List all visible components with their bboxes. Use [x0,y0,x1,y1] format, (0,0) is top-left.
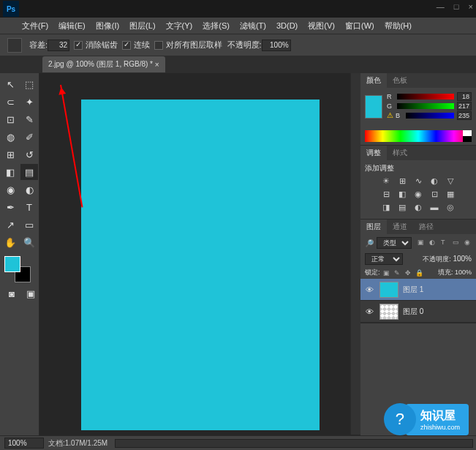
tab-color[interactable]: 颜色 [360,73,387,88]
layer-thumbnail[interactable] [379,304,398,320]
foreground-color[interactable] [4,256,20,272]
r-slider[interactable] [397,94,454,100]
lock-all-icon[interactable]: 🔒 [415,269,423,277]
maximize-button[interactable]: □ [454,2,459,11]
menu-help[interactable]: 帮助(H) [385,20,412,31]
document-tab[interactable]: 2.jpg @ 100% (图层 1, RGB/8) * × [42,56,165,72]
menu-view[interactable]: 视图(V) [308,20,335,31]
wand-tool[interactable]: ✦ [20,94,38,110]
filter-kind-select[interactable]: 类型 [377,237,412,249]
layer-item[interactable]: 👁 图层 1 [360,279,476,301]
brush-tool[interactable]: ✐ [20,129,38,145]
menu-edit[interactable]: 编辑(E) [58,20,86,31]
quickmask-button[interactable]: ◙ [3,285,20,301]
threshold-icon[interactable]: ◐ [412,203,424,213]
gradient-map-icon[interactable]: ▬ [428,203,440,213]
close-button[interactable]: × [469,2,473,11]
filter-adjust-icon[interactable]: ◐ [429,239,438,247]
canvas-area[interactable] [39,73,360,450]
menu-image[interactable]: 图像(I) [96,20,119,31]
g-slider[interactable] [397,103,454,109]
visibility-icon[interactable]: 👁 [363,307,375,316]
search-icon[interactable]: 🔎 [365,239,374,247]
minimize-button[interactable]: — [437,2,445,11]
horizontal-scrollbar[interactable] [115,439,473,448]
spectrum-ramp[interactable] [365,130,472,142]
pen-tool[interactable]: ✒ [1,199,19,215]
lasso-tool[interactable]: ⊂ [1,94,19,110]
visibility-icon[interactable]: 👁 [363,285,375,294]
gamut-warning-icon[interactable]: ⚠ [387,111,396,120]
gradient-tool[interactable]: ▤ [20,164,38,180]
zoom-input[interactable] [4,438,44,449]
hue-icon[interactable]: ⊟ [380,190,392,200]
bw-icon[interactable]: ◧ [396,190,408,200]
layer-name[interactable]: 图层 0 [403,307,423,317]
menu-filter[interactable]: 滤镜(T) [240,20,266,31]
curves-icon[interactable]: ∿ [412,176,424,187]
zoom-tool[interactable]: 🔍 [20,234,38,250]
selective-icon[interactable]: ◎ [445,203,456,213]
brightness-icon[interactable]: ☀ [380,176,392,187]
opacity-input[interactable] [262,40,291,51]
layer-thumbnail[interactable] [379,282,398,298]
exposure-icon[interactable]: ◐ [428,176,440,187]
marquee-tool[interactable]: ⬚ [20,76,38,92]
stamp-tool[interactable]: ⊞ [1,146,19,162]
shape-tool[interactable]: ▭ [20,217,38,233]
lock-pos-icon[interactable]: ✥ [405,269,411,277]
eraser-tool[interactable]: ◧ [1,164,19,180]
dodge-tool[interactable]: ◐ [20,181,38,198]
filter-shape-icon[interactable]: ▭ [453,239,461,247]
menu-select[interactable]: 选择(S) [203,20,230,31]
g-value[interactable]: 217 [457,102,472,110]
history-brush-tool[interactable]: ↺ [20,146,38,162]
path-tool[interactable]: ↗ [1,217,19,233]
mixer-icon[interactable]: ⊡ [428,190,440,200]
blend-mode-select[interactable]: 正常 [365,253,403,265]
bucket-tool-icon[interactable] [7,38,22,53]
layer-name[interactable]: 图层 1 [403,285,423,295]
tab-styles[interactable]: 样式 [387,146,413,160]
heal-tool[interactable]: ◍ [1,129,19,145]
filter-pixel-icon[interactable]: ▣ [418,239,426,247]
blur-tool[interactable]: ◉ [1,181,19,198]
vertical-scrollbar[interactable] [350,73,360,435]
lock-pixels-icon[interactable]: ✎ [394,269,400,277]
tab-swatches[interactable]: 色板 [387,73,413,88]
menu-type[interactable]: 文字(Y) [166,20,193,31]
layer-item[interactable]: 👁 图层 0 [360,301,476,323]
tab-channels[interactable]: 通道 [387,220,413,234]
layer-opacity-value[interactable]: 100% [453,255,472,263]
move-tool[interactable]: ↖ [1,76,19,92]
contiguous-checkbox[interactable] [122,41,131,50]
levels-icon[interactable]: ⊞ [396,176,408,187]
menu-window[interactable]: 窗口(W) [345,20,374,31]
antialias-checkbox[interactable] [74,41,83,50]
tab-adjustments[interactable]: 调整 [360,146,387,160]
screenmode-button[interactable]: ▣ [22,285,39,301]
vibrance-icon[interactable]: ▽ [445,176,456,187]
tolerance-input[interactable] [48,40,69,51]
menu-file[interactable]: 文件(F) [22,20,48,31]
b-slider[interactable] [406,113,454,119]
eyedropper-tool[interactable]: ✎ [20,111,38,127]
color-preview[interactable] [365,95,382,119]
tab-layers[interactable]: 图层 [360,220,387,234]
b-value[interactable]: 235 [457,111,472,120]
menu-3d[interactable]: 3D(D) [276,21,298,30]
filter-smart-icon[interactable]: ◉ [464,239,473,247]
hand-tool[interactable]: ✋ [1,234,19,250]
tab-paths[interactable]: 路径 [413,220,439,234]
type-tool[interactable]: T [20,199,38,215]
sample-all-checkbox[interactable] [154,41,163,50]
crop-tool[interactable]: ⊡ [1,111,19,127]
canvas[interactable] [81,100,320,430]
fill-value[interactable]: 100% [455,269,472,276]
posterize-icon[interactable]: ▤ [396,203,408,213]
r-value[interactable]: 18 [457,92,472,101]
filter-type-icon[interactable]: T [441,239,450,247]
photo-filter-icon[interactable]: ◉ [412,190,424,200]
tab-close-icon[interactable]: × [155,61,159,69]
lookup-icon[interactable]: ▦ [445,190,456,200]
